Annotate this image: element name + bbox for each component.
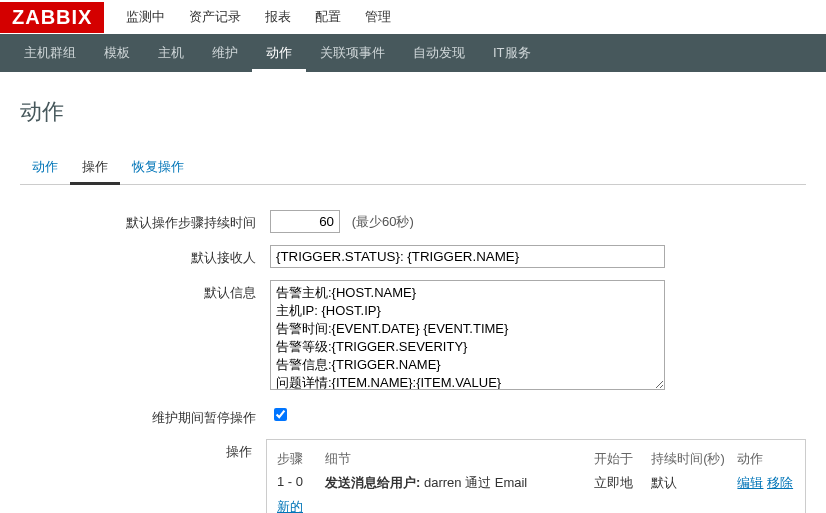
ops-label: 操作	[20, 439, 266, 461]
tab-recovery[interactable]: 恢复操作	[120, 152, 196, 185]
info-label: 默认信息	[20, 280, 270, 302]
op-header-start: 开始于	[594, 450, 652, 468]
subnav-correlation[interactable]: 关联项事件	[306, 34, 399, 72]
topnav-monitoring[interactable]: 监测中	[114, 0, 177, 34]
step-duration-hint: (最少60秒)	[352, 214, 414, 229]
sub-nav: 主机群组 模板 主机 维护 动作 关联项事件 自动发现 IT服务	[0, 34, 826, 72]
tab-action[interactable]: 动作	[20, 152, 70, 185]
subnav-hostgroups[interactable]: 主机群组	[10, 34, 90, 72]
recipient-input[interactable]	[270, 245, 665, 268]
step-duration-label: 默认操作步骤持续时间	[20, 210, 270, 232]
subnav-itservices[interactable]: IT服务	[479, 34, 545, 72]
op-detail-bold: 发送消息给用户:	[325, 475, 420, 490]
op-header-dur: 持续时间(秒)	[651, 450, 737, 468]
subnav-actions[interactable]: 动作	[252, 34, 306, 72]
op-detail-rest: darren 通过 Email	[420, 475, 527, 490]
op-detail: 发送消息给用户: darren 通过 Email	[325, 474, 594, 492]
op-remove-link[interactable]: 移除	[767, 475, 793, 490]
step-duration-input[interactable]	[270, 210, 340, 233]
info-textarea[interactable]	[270, 280, 665, 390]
op-header-detail: 细节	[325, 450, 594, 468]
op-header-step: 步骤	[277, 450, 325, 468]
op-edit-link[interactable]: 编辑	[737, 475, 763, 490]
topnav-administration[interactable]: 管理	[353, 0, 403, 34]
top-nav: ZABBIX 监测中 资产记录 报表 配置 管理	[0, 0, 826, 34]
subnav-hosts[interactable]: 主机	[144, 34, 198, 72]
topnav-configuration[interactable]: 配置	[303, 0, 353, 34]
tabs: 动作 操作 恢复操作	[20, 152, 806, 185]
content: 动作 动作 操作 恢复操作 默认操作步骤持续时间 (最少60秒) 默认接收人 默…	[0, 72, 826, 513]
subnav-discovery[interactable]: 自动发现	[399, 34, 479, 72]
subnav-maintenance[interactable]: 维护	[198, 34, 252, 72]
logo: ZABBIX	[0, 2, 104, 33]
op-actions: 编辑 移除	[737, 474, 795, 492]
op-start: 立即地	[594, 474, 652, 492]
topnav-reports[interactable]: 报表	[253, 0, 303, 34]
op-step: 1 - 0	[277, 474, 325, 492]
recipient-label: 默认接收人	[20, 245, 270, 267]
subnav-templates[interactable]: 模板	[90, 34, 144, 72]
tab-operations[interactable]: 操作	[70, 152, 120, 185]
pause-checkbox[interactable]	[274, 408, 287, 421]
op-header-act: 动作	[737, 450, 795, 468]
operations-table: 步骤 细节 开始于 持续时间(秒) 动作 1 - 0 发送消息给用户: darr…	[266, 439, 806, 513]
page-title: 动作	[20, 97, 806, 127]
topnav-inventory[interactable]: 资产记录	[177, 0, 253, 34]
op-row: 1 - 0 发送消息给用户: darren 通过 Email 立即地 默认 编辑…	[277, 474, 795, 492]
op-new-link[interactable]: 新的	[277, 499, 303, 513]
op-dur: 默认	[651, 474, 737, 492]
pause-label: 维护期间暂停操作	[20, 405, 270, 427]
